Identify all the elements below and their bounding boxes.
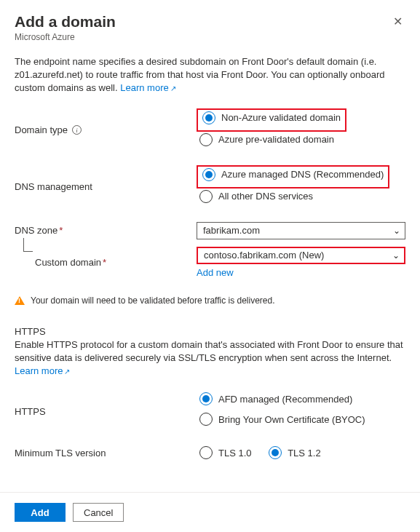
required-star: * <box>59 225 63 236</box>
add-button[interactable]: Add <box>15 503 66 522</box>
footer-actions: Add Cancel <box>0 492 420 532</box>
custom-domain-label: Custom domain* <box>15 247 197 278</box>
radio-icon <box>199 446 213 459</box>
dns-management-label-text: DNS management <box>15 181 92 192</box>
radio-label: All other DNS services <box>218 191 313 202</box>
intro-learn-more-link[interactable]: Learn more↗ <box>120 82 175 93</box>
highlight-dns-mgmt: Azure managed DNS (Recommended) <box>197 165 389 188</box>
https-options: AFD managed (Recommended) Bring Your Own… <box>197 391 405 432</box>
https-description: Enable HTTPS protocol for a custom domai… <box>15 338 405 378</box>
custom-domain-value: contoso.fabrikam.com (New) <box>204 250 324 261</box>
radio-icon <box>199 190 213 203</box>
domain-type-non-azure[interactable]: Non-Azure validated domain <box>199 110 344 126</box>
radio-label: AFD managed (Recommended) <box>218 394 352 405</box>
intro-text: The endpoint name specifies a desired su… <box>15 55 405 95</box>
custom-domain-select[interactable]: contoso.fabrikam.com (New) ⌄ <box>197 247 405 264</box>
radio-icon <box>202 111 215 124</box>
dns-zone-label-text: DNS zone <box>15 225 58 236</box>
domain-type-options: Non-Azure validated domain Azure pre-val… <box>197 108 405 152</box>
tls-1-0[interactable]: TLS 1.0 <box>197 445 255 461</box>
intro-body: The endpoint name specifies a desired su… <box>15 56 385 93</box>
required-star: * <box>103 257 106 268</box>
highlight-domain-type: Non-Azure validated domain <box>197 108 346 132</box>
domain-type-label-text: Domain type <box>15 124 68 135</box>
dns-zone-value: fabrikam.com <box>203 225 260 236</box>
radio-label: Non-Azure validated domain <box>221 112 341 123</box>
https-byoc[interactable]: Bring Your Own Certificate (BYOC) <box>197 411 405 427</box>
radio-label: Azure managed DNS (Recommended) <box>221 169 384 180</box>
radio-icon <box>269 446 282 459</box>
dns-mgmt-other[interactable]: All other DNS services <box>197 188 405 205</box>
radio-icon <box>199 392 213 405</box>
https-heading: HTTPS <box>15 326 405 337</box>
domain-type-azure-pre[interactable]: Azure pre-validated domain <box>197 132 405 148</box>
page-title: Add a domain <box>15 13 116 31</box>
dns-management-options: Azure managed DNS (Recommended) All othe… <box>197 165 405 209</box>
min-tls-label: Minimum TLS version <box>15 445 197 461</box>
radio-icon <box>199 133 213 146</box>
radio-icon <box>202 168 215 181</box>
chevron-down-icon: ⌄ <box>393 226 400 236</box>
https-afd-managed[interactable]: AFD managed (Recommended) <box>197 391 405 407</box>
min-tls-label-text: Minimum TLS version <box>15 448 106 458</box>
learn-more-label: Learn more <box>15 365 63 376</box>
info-icon[interactable]: i <box>72 125 82 135</box>
radio-icon <box>199 413 213 426</box>
tls-options: TLS 1.0 TLS 1.2 <box>197 445 405 461</box>
https-label: HTTPS <box>15 391 197 432</box>
radio-label: Bring Your Own Certificate (BYOC) <box>218 414 365 425</box>
external-link-icon: ↗ <box>64 368 70 376</box>
close-icon[interactable]: ✕ <box>390 13 405 31</box>
dns-zone-select[interactable]: fabrikam.com ⌄ <box>197 222 405 239</box>
dns-mgmt-azure-managed[interactable]: Azure managed DNS (Recommended) <box>199 167 387 183</box>
https-label-text: HTTPS <box>15 406 46 417</box>
chevron-down-icon: ⌄ <box>392 250 400 261</box>
tls-1-2[interactable]: TLS 1.2 <box>266 445 324 461</box>
https-learn-more-link[interactable]: Learn more↗ <box>15 365 70 376</box>
cancel-button[interactable]: Cancel <box>73 503 124 522</box>
validation-warning: Your domain will need to be validated be… <box>15 295 405 306</box>
external-link-icon: ↗ <box>170 84 176 92</box>
dns-zone-label: DNS zone* <box>15 222 197 239</box>
domain-type-label: Domain type i <box>15 108 197 152</box>
https-desc-text: Enable HTTPS protocol for a custom domai… <box>15 339 403 363</box>
dns-management-label: DNS management <box>15 165 197 209</box>
custom-domain-label-text: Custom domain <box>35 257 101 268</box>
radio-label: TLS 1.0 <box>218 448 252 458</box>
radio-label: Azure pre-validated domain <box>218 134 334 145</box>
learn-more-label: Learn more <box>120 82 168 93</box>
page-subtitle: Microsoft Azure <box>15 32 116 42</box>
radio-label: TLS 1.2 <box>288 448 321 458</box>
warning-icon <box>15 296 25 305</box>
warning-text: Your domain will need to be validated be… <box>31 295 275 306</box>
add-new-link[interactable]: Add new <box>197 267 234 278</box>
